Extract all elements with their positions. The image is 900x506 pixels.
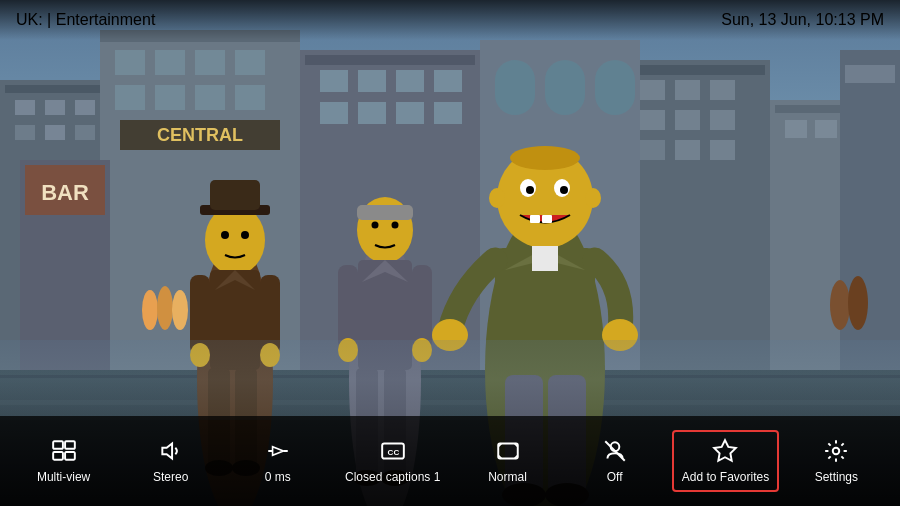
svg-point-79 [392, 222, 399, 229]
svg-rect-37 [785, 120, 807, 138]
svg-rect-31 [710, 110, 735, 130]
svg-rect-48 [320, 102, 348, 124]
svg-rect-83 [412, 265, 432, 350]
svg-point-78 [372, 222, 379, 229]
svg-rect-118 [65, 452, 75, 460]
svg-rect-11 [115, 50, 145, 75]
svg-point-100 [585, 188, 601, 208]
svg-rect-34 [710, 140, 735, 160]
svg-rect-41 [845, 65, 895, 83]
svg-rect-30 [675, 110, 700, 130]
parental-button[interactable]: Off [565, 430, 665, 492]
datetime: Sun, 13 Jun, 10:13 PM [721, 11, 884, 29]
svg-rect-6 [15, 125, 35, 140]
svg-rect-5 [75, 100, 95, 115]
svg-rect-98 [542, 215, 552, 223]
audio-label: Stereo [153, 470, 188, 484]
svg-point-95 [526, 186, 534, 194]
svg-rect-44 [320, 70, 348, 92]
svg-rect-55 [595, 60, 635, 115]
svg-rect-116 [65, 441, 75, 449]
aspect-icon [495, 438, 521, 464]
svg-point-113 [848, 276, 868, 330]
svg-point-111 [172, 290, 188, 330]
svg-rect-62 [210, 180, 260, 210]
captions-button[interactable]: CC Closed captions 1 [335, 430, 450, 492]
svg-rect-49 [358, 102, 386, 124]
cc-icon: CC [380, 438, 406, 464]
multi-view-label: Multi-view [37, 470, 90, 484]
svg-rect-45 [358, 70, 386, 92]
svg-point-64 [241, 231, 249, 239]
svg-marker-119 [162, 443, 172, 458]
gear-icon [823, 438, 849, 464]
captions-label: Closed captions 1 [345, 470, 440, 484]
svg-rect-18 [235, 85, 265, 110]
favorites-button[interactable]: Add to Favorites [672, 430, 779, 492]
svg-rect-8 [75, 125, 95, 140]
svg-rect-114 [0, 340, 900, 420]
svg-point-99 [489, 188, 505, 208]
svg-point-110 [157, 286, 173, 330]
parental-icon [602, 438, 628, 464]
svg-point-63 [221, 231, 229, 239]
svg-rect-117 [53, 452, 63, 460]
svg-rect-27 [675, 80, 700, 100]
svg-rect-17 [195, 85, 225, 110]
svg-text:CC: CC [387, 448, 399, 457]
svg-rect-26 [640, 80, 665, 100]
svg-rect-53 [495, 60, 535, 115]
audio-button[interactable]: Stereo [121, 430, 221, 492]
svg-rect-28 [710, 80, 735, 100]
svg-rect-54 [545, 60, 585, 115]
svg-rect-123 [498, 443, 518, 458]
svg-rect-97 [530, 215, 540, 223]
channel-info: UK: | Entertainment [16, 11, 155, 29]
svg-rect-82 [338, 265, 358, 350]
svg-marker-120 [272, 446, 283, 455]
svg-rect-15 [115, 85, 145, 110]
svg-rect-43 [305, 55, 475, 65]
svg-rect-77 [357, 205, 413, 220]
audio-icon [158, 438, 184, 464]
delay-button[interactable]: 0 ms [228, 430, 328, 492]
svg-rect-16 [155, 85, 185, 110]
svg-point-127 [833, 448, 840, 455]
svg-rect-2 [5, 85, 115, 93]
delay-icon [265, 438, 291, 464]
svg-rect-4 [45, 100, 65, 115]
svg-text:BAR: BAR [41, 180, 89, 205]
svg-rect-29 [640, 110, 665, 130]
svg-rect-7 [45, 125, 65, 140]
svg-rect-50 [396, 102, 424, 124]
star-icon [712, 438, 738, 464]
multi-view-button[interactable]: Multi-view [14, 430, 114, 492]
svg-point-92 [510, 146, 580, 170]
settings-label: Settings [815, 470, 858, 484]
svg-rect-33 [675, 140, 700, 160]
aspect-button[interactable]: Normal [458, 430, 558, 492]
svg-rect-25 [625, 65, 765, 75]
svg-point-112 [830, 280, 850, 330]
svg-rect-115 [53, 441, 63, 449]
svg-rect-3 [15, 100, 35, 115]
svg-point-109 [142, 290, 158, 330]
settings-button[interactable]: Settings [786, 430, 886, 492]
svg-rect-12 [155, 50, 185, 75]
svg-rect-32 [640, 140, 665, 160]
svg-point-96 [560, 186, 568, 194]
svg-rect-38 [815, 120, 837, 138]
delay-label: 0 ms [265, 470, 291, 484]
multiview-icon [51, 438, 77, 464]
svg-point-60 [205, 205, 265, 275]
svg-rect-14 [235, 50, 265, 75]
favorites-label: Add to Favorites [682, 470, 769, 484]
svg-text:CENTRAL: CENTRAL [157, 125, 243, 145]
svg-marker-126 [715, 440, 737, 461]
svg-rect-13 [195, 50, 225, 75]
svg-rect-46 [396, 70, 424, 92]
svg-rect-102 [532, 246, 558, 271]
svg-rect-47 [434, 70, 462, 92]
parental-label: Off [607, 470, 623, 484]
svg-rect-51 [434, 102, 462, 124]
